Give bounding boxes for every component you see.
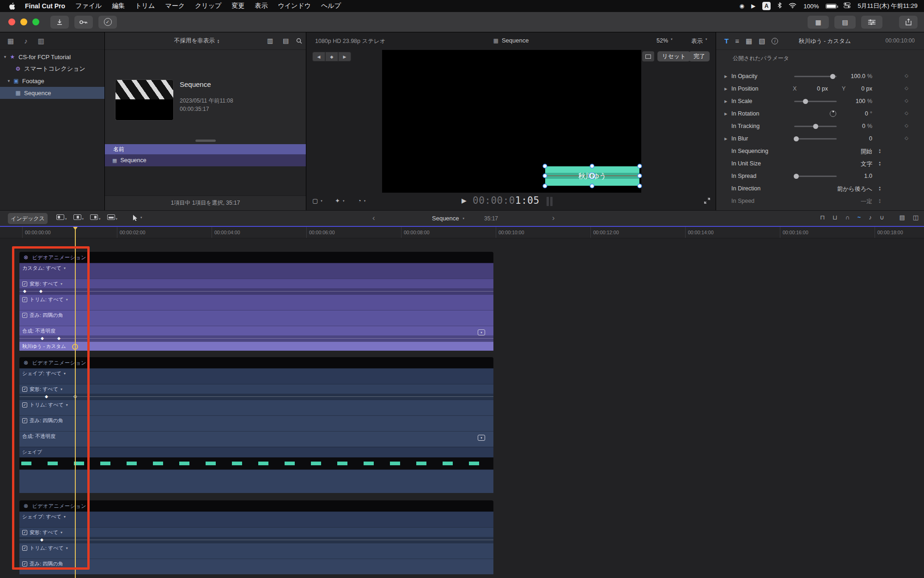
disclosure-icon[interactable]: ▶ xyxy=(724,112,727,116)
bluetooth-icon[interactable] xyxy=(778,2,782,10)
anim-row-transform[interactable]: ✓変形: すべて▾ ◆ xyxy=(19,527,493,543)
title-inspector-tab[interactable]: T xyxy=(724,37,729,45)
menu-clip[interactable]: クリップ xyxy=(190,2,226,10)
video-inspector-tab[interactable]: ▦ xyxy=(746,37,752,45)
connect-edit-button[interactable]: ▾ xyxy=(56,213,67,222)
disclosure-icon[interactable]: ▶ xyxy=(724,99,727,103)
param-value[interactable]: 0% xyxy=(862,123,872,129)
keyframe-button[interactable]: ◇ xyxy=(905,73,908,78)
disclosure-icon[interactable]: ▶ xyxy=(724,87,727,91)
photos-audio-sidebar-icon[interactable]: ♪ xyxy=(24,37,28,45)
view-dropdown[interactable]: 表示 ▾ xyxy=(691,37,707,45)
keyframe-button[interactable]: ◇ xyxy=(905,85,908,91)
stepper-icon[interactable]: ▴▾ xyxy=(879,186,881,191)
selection-handle[interactable] xyxy=(638,174,641,177)
previous-sequence-button[interactable]: ‹ xyxy=(372,213,375,223)
anim-row-transform[interactable]: ✓変形: すべて▾ ◆ ◇ xyxy=(19,384,493,400)
keyframe-lane[interactable]: ◆ ◆ xyxy=(19,335,493,341)
selection-handle[interactable] xyxy=(638,184,641,188)
stepper-icon[interactable]: ▴▾ xyxy=(879,148,881,154)
input-source-icon[interactable]: A xyxy=(762,2,771,10)
disclosure-down-icon[interactable]: ▼ xyxy=(2,55,8,59)
keyframe-button[interactable]: ◇ xyxy=(905,98,908,103)
selection-handle[interactable] xyxy=(590,164,594,168)
zoom-window-button[interactable] xyxy=(32,18,39,25)
anim-row-transform[interactable]: ✓変形: すべて▾ ◆ ◆ xyxy=(19,279,493,294)
color-inspector-tab[interactable]: ▧ xyxy=(759,37,765,45)
fade-handle-icon[interactable]: ▾ xyxy=(478,435,485,441)
y-value-field[interactable]: 0 px xyxy=(861,85,872,92)
param-value[interactable]: 100% xyxy=(856,98,872,104)
opacity-slider[interactable] xyxy=(794,76,837,77)
blur-slider[interactable] xyxy=(794,138,837,140)
menu-window[interactable]: ウインドウ xyxy=(273,2,316,10)
menu-bar-clock[interactable]: 5月11日(木) 午前11:29 xyxy=(857,2,918,10)
menu-file[interactable]: ファイル xyxy=(70,2,107,10)
adjust-sliders-button[interactable] xyxy=(861,16,882,29)
reset-button[interactable]: リセット xyxy=(657,51,690,61)
stepper-icon[interactable]: ▴▾ xyxy=(879,198,881,204)
share-button[interactable] xyxy=(899,16,918,29)
filmstrip-view-button[interactable]: ▥ xyxy=(267,37,273,44)
retime-tool-dropdown[interactable]: ◔ ▾ xyxy=(358,197,365,204)
close-window-button[interactable] xyxy=(8,18,15,25)
previous-keyframe-button[interactable]: ◀ xyxy=(312,52,325,61)
playback-status-icon[interactable]: ▶ xyxy=(751,3,755,9)
titles-generators-sidebar-icon[interactable]: ▥ xyxy=(38,37,44,45)
insert-edit-button[interactable]: ▾ xyxy=(73,213,84,222)
anchor-target-icon[interactable] xyxy=(589,173,595,179)
app-menu[interactable]: Final Cut Pro xyxy=(20,2,70,10)
wifi-icon[interactable] xyxy=(789,3,796,10)
filter-dropdown[interactable]: 不採用を非表示 ▴▾ xyxy=(174,37,219,45)
param-popup-value[interactable]: 開始 xyxy=(861,148,872,156)
transform-overlay-button[interactable] xyxy=(642,51,654,61)
scale-slider[interactable] xyxy=(794,101,837,102)
tracking-slider[interactable] xyxy=(794,126,837,127)
trim-start-icon[interactable]: ⊓ xyxy=(820,214,825,221)
param-value[interactable]: 1.0 xyxy=(864,173,872,179)
spread-slider[interactable] xyxy=(794,176,837,177)
param-popup-value[interactable]: 前から後ろへ xyxy=(837,185,872,193)
keyframe-lane[interactable]: ◆ xyxy=(19,537,493,543)
audio-meters[interactable] xyxy=(547,197,553,206)
overwrite-edit-button[interactable]: ▾ xyxy=(107,213,118,222)
import-media-button[interactable] xyxy=(50,16,69,29)
layout-grid-button[interactable]: ▦ xyxy=(808,16,829,29)
selection-handle[interactable] xyxy=(543,184,547,188)
done-button[interactable]: 完了 xyxy=(689,51,710,61)
anim-row-custom[interactable]: カスタム: すべて▾ xyxy=(19,263,493,279)
anim-row-distort[interactable]: ✓歪み: 四隅の角 xyxy=(19,310,493,326)
add-keyframe-button[interactable]: ◆ xyxy=(325,52,338,61)
next-keyframe-button[interactable]: ▶ xyxy=(338,52,351,61)
control-center-icon[interactable] xyxy=(844,2,851,10)
clip-thumbnail[interactable] xyxy=(115,79,174,121)
keyframe-button[interactable]: ◇ xyxy=(905,135,908,140)
selection-handle[interactable] xyxy=(543,164,547,168)
anim-row-distort[interactable]: ✓歪み: 四隅の角 xyxy=(19,559,493,574)
background-tasks-button[interactable]: ✓ xyxy=(98,16,117,29)
anim-row-trim[interactable]: ✓トリム: すべて▾ xyxy=(19,543,493,559)
audio-monitor-icon[interactable]: ∩ xyxy=(845,214,849,221)
anim-row-trim[interactable]: ✓トリム: すべて▾ xyxy=(19,400,493,415)
info-inspector-tab[interactable]: i xyxy=(772,38,778,44)
list-view-button[interactable]: ▤ xyxy=(283,37,289,44)
creative-cloud-icon[interactable]: ◉ xyxy=(739,3,744,9)
search-button[interactable] xyxy=(296,38,302,45)
tool-selector-dropdown[interactable]: ▾ xyxy=(133,214,142,221)
param-value[interactable]: 0° xyxy=(865,110,872,117)
sidebar-item-event[interactable]: ▼ ▣ Footage xyxy=(0,75,104,87)
minimize-window-button[interactable] xyxy=(20,18,27,25)
crop-tool-dropdown[interactable]: ▢ ▾ xyxy=(312,197,322,204)
sequence-selector[interactable]: Sequence ▾ xyxy=(432,215,464,222)
audio-skimming-icon[interactable]: ♪ xyxy=(869,214,872,221)
clip-body[interactable] xyxy=(19,469,493,493)
selection-handle[interactable] xyxy=(638,164,641,168)
fullscreen-button[interactable] xyxy=(704,197,711,206)
disclosure-icon[interactable]: ▶ xyxy=(724,74,727,79)
pane-resize-handle[interactable] xyxy=(195,140,216,142)
play-button[interactable]: ▶ xyxy=(462,197,467,204)
timeline-ruler[interactable]: 00:00:00:00 00:00:02:00 00:00:04:00 00:0… xyxy=(0,227,924,238)
rotation-dial[interactable] xyxy=(830,110,836,117)
menu-trim[interactable]: トリム xyxy=(130,2,160,10)
effects-tool-dropdown[interactable]: ✦ ▾ xyxy=(335,197,344,204)
